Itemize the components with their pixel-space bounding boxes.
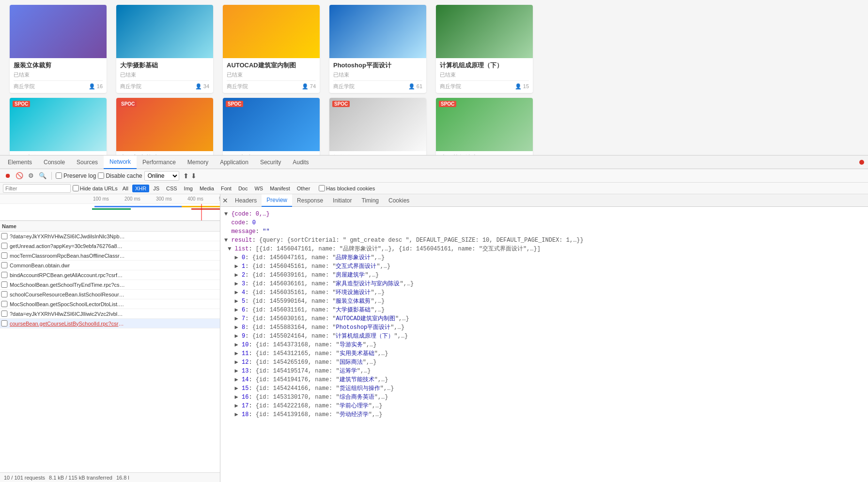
json-expand-item-12[interactable]	[235, 359, 238, 366]
json-expand-item-15[interactable]	[235, 385, 238, 392]
devtools-tab-security[interactable]: Security	[254, 155, 287, 169]
table-row[interactable]: schoolCourseResourceBean.listSchoolResou…	[0, 290, 220, 299]
filter-input[interactable]	[3, 184, 71, 193]
has-blocked-cookies-checkbox[interactable]	[319, 185, 325, 191]
filter-type-img[interactable]: Img	[181, 185, 196, 192]
filter-button[interactable]: ⚙	[26, 171, 36, 181]
course-card[interactable]: 计算机组成原理（下）已结束商丘学院👤 15	[436, 5, 533, 93]
json-expand-item-10[interactable]	[235, 342, 238, 348]
filter-type-xhr[interactable]: XHR	[132, 185, 149, 192]
hide-data-urls-label[interactable]: Hide data URLs	[73, 185, 118, 191]
detail-tab-initiator[interactable]: Initiator	[328, 194, 356, 207]
devtools-tab-performance[interactable]: Performance	[137, 155, 182, 169]
requests-list[interactable]: ?data=eyJkYXRhVHlwZSI6ICJwdilsInNlc3Npb2…	[0, 232, 220, 472]
table-row[interactable]: mocTermClassroomRpcBean.hasOfflineClassr…	[0, 251, 220, 261]
json-expand-result[interactable]	[224, 237, 228, 244]
table-row[interactable]: CommonBean.obtain.dwr	[0, 261, 220, 270]
devtools-tab-network[interactable]: Network	[104, 155, 137, 169]
filter-type-font[interactable]: Font	[218, 185, 234, 192]
row-checkbox[interactable]	[0, 281, 9, 288]
json-expand-item-0[interactable]	[235, 254, 238, 261]
detail-tab-cookies[interactable]: Cookies	[384, 194, 414, 207]
course-card[interactable]: SPOC国际商法已结束	[223, 98, 320, 155]
detail-tab-response[interactable]: Response	[292, 194, 328, 207]
filter-type-media[interactable]: Media	[197, 185, 217, 192]
json-expand-item-16[interactable]	[235, 394, 238, 401]
course-card[interactable]: 大学摄影基础已结束商丘学院👤 34	[116, 5, 213, 93]
course-card[interactable]: 服装立体裁剪已结束商丘学院👤 16	[10, 5, 107, 93]
detail-content[interactable]: {code: 0,…} code: 0 message: "" result: …	[220, 207, 868, 482]
filter-type-ws[interactable]: WS	[251, 185, 266, 192]
json-expand-item-7[interactable]	[235, 315, 238, 322]
devtools-tab-audits[interactable]: Audits	[287, 155, 314, 169]
json-expand-item-9[interactable]	[235, 333, 238, 340]
course-card[interactable]: SPOC实用美术基础已结束	[116, 98, 213, 155]
row-checkbox[interactable]	[0, 301, 9, 307]
course-card[interactable]: AUTOCAD建筑室内制图已结束商丘学院👤 74	[223, 5, 320, 93]
table-row[interactable]: ?data=eyJkYXRhVHlwZSI6ICJlIiwic2Vzc2Ivbl…	[0, 309, 220, 319]
table-row[interactable]: getUnread.action?appKey=30c9ebfa76276a8b…	[0, 241, 220, 251]
json-expand-item-2[interactable]	[235, 272, 238, 279]
devtools-tab-elements[interactable]: Elements	[2, 155, 38, 169]
detail-tab-timing[interactable]: Timing	[356, 194, 384, 207]
disable-cache-label[interactable]: Disable cache	[98, 172, 142, 179]
disable-cache-checkbox[interactable]	[98, 172, 104, 179]
json-expand-root[interactable]	[224, 211, 228, 218]
table-row[interactable]: courseBean.getCourseListBySchoolId.rpc?c…	[0, 319, 220, 328]
table-row[interactable]: MocSchoolBean.getSpocSchoolLectorDtoList…	[0, 299, 220, 309]
table-row[interactable]: bindAccountRPCBean.getAllAccount.rpc?csr…	[0, 270, 220, 280]
table-row[interactable]: MocSchoolBean.getSchoolTryEndTime.rpc?cs…	[0, 280, 220, 290]
close-detail-button[interactable]: ✕	[220, 196, 230, 205]
json-expand-item-13[interactable]	[235, 368, 238, 374]
hide-data-urls-checkbox[interactable]	[73, 185, 79, 191]
filter-type-doc[interactable]: Doc	[235, 185, 251, 192]
json-expand-item-14[interactable]	[235, 376, 238, 383]
json-expand-list[interactable]	[228, 246, 231, 252]
has-blocked-cookies-label[interactable]: Has blocked cookies	[319, 185, 375, 191]
json-expand-item-4[interactable]	[235, 289, 238, 296]
network-throttle-select[interactable]: Online Fast 3G Slow 3G Offline	[144, 171, 179, 181]
filter-type-all[interactable]: All	[120, 185, 131, 192]
filter-type-css[interactable]: CSS	[163, 185, 180, 192]
row-checkbox[interactable]	[0, 262, 9, 268]
preserve-log-checkbox[interactable]	[56, 172, 62, 179]
filter-type-js[interactable]: JS	[150, 185, 162, 192]
detail-tab-preview[interactable]: Preview	[262, 194, 292, 207]
devtools-tab-memory[interactable]: Memory	[182, 155, 214, 169]
json-expand-item-5[interactable]	[235, 298, 238, 305]
import-icon[interactable]: ⬆	[183, 172, 189, 180]
filter-type-other[interactable]: Other	[294, 185, 313, 192]
course-card[interactable]: SPOC运筹学已结束	[329, 98, 426, 155]
json-expand-item-11[interactable]	[235, 350, 238, 357]
row-checkbox[interactable]	[0, 272, 9, 278]
row-checkbox[interactable]	[0, 311, 9, 317]
devtools-tab-sources[interactable]: Sources	[71, 155, 104, 169]
course-card[interactable]: SPOC导游实务已结束，可查看内容	[10, 98, 107, 155]
json-expand-item-1[interactable]	[235, 263, 238, 270]
devtools-tab-application[interactable]: Application	[214, 155, 254, 169]
preserve-log-label[interactable]: Preserve log	[56, 172, 96, 179]
row-checkbox[interactable]	[0, 233, 9, 239]
json-expand-item-17[interactable]	[235, 403, 238, 409]
record-button[interactable]: ⏺	[3, 171, 13, 181]
course-card[interactable]: Photoshop平面设计已结束商丘学院👤 61	[329, 5, 426, 93]
filter-type-manifest[interactable]: Manifest	[267, 185, 293, 192]
table-row[interactable]: ?data=eyJkYXRhVHlwZSI6ICJwdilsInNlc3Npb2…	[0, 232, 220, 241]
devtools-tab-console[interactable]: Console	[38, 155, 71, 169]
row-checkbox[interactable]	[0, 320, 9, 327]
row-checkbox[interactable]	[0, 243, 9, 249]
spoc-badge: SPOC	[439, 101, 456, 107]
row-checkbox[interactable]	[0, 291, 9, 297]
json-expand-item-18[interactable]	[235, 411, 238, 418]
search-button[interactable]: 🔍	[38, 171, 47, 181]
course-card[interactable]: SPOC建筑节能技术已结束	[436, 98, 533, 155]
detail-tab-headers[interactable]: Headers	[230, 194, 262, 207]
json-expand-item-8[interactable]	[235, 324, 238, 331]
json-expand-item-6[interactable]	[235, 307, 238, 313]
clear-button[interactable]: 🚫	[15, 171, 24, 181]
row-checkbox[interactable]	[0, 252, 9, 259]
export-icon[interactable]: ⬇	[191, 172, 197, 180]
import-export-icons: ⬆ ⬇	[183, 172, 197, 180]
detail-tab-bar: ✕ HeadersPreviewResponseInitiatorTimingC…	[220, 194, 868, 207]
json-expand-item-3[interactable]	[235, 280, 238, 287]
